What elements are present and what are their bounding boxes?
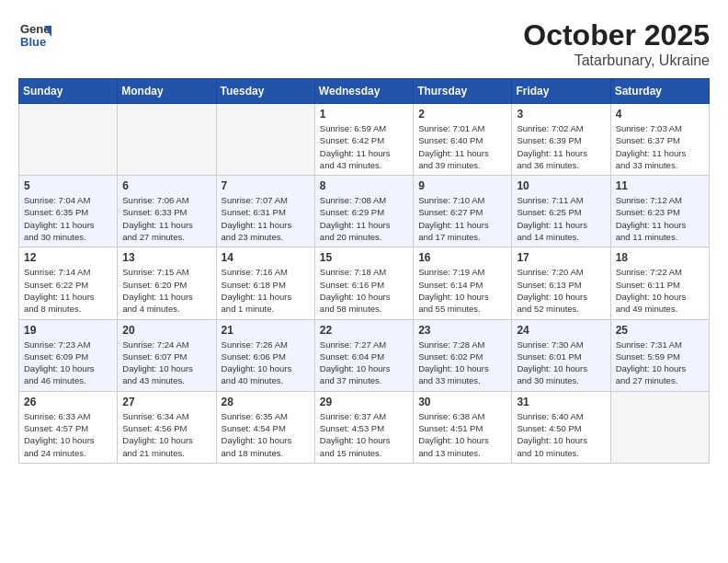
calendar-cell: 26Sunrise: 6:33 AM Sunset: 4:57 PM Dayli… bbox=[19, 391, 118, 463]
calendar: SundayMondayTuesdayWednesdayThursdayFrid… bbox=[18, 78, 710, 464]
day-info: Sunrise: 7:19 AM Sunset: 6:14 PM Dayligh… bbox=[418, 266, 506, 315]
day-info: Sunrise: 7:07 AM Sunset: 6:31 PM Dayligh… bbox=[222, 194, 310, 243]
day-number: 1 bbox=[320, 108, 408, 121]
calendar-cell: 17Sunrise: 7:20 AM Sunset: 6:13 PM Dayli… bbox=[512, 247, 610, 319]
calendar-cell: 18Sunrise: 7:22 AM Sunset: 6:11 PM Dayli… bbox=[610, 247, 709, 319]
day-info: Sunrise: 7:23 AM Sunset: 6:09 PM Dayligh… bbox=[24, 339, 112, 387]
day-number: 5 bbox=[24, 179, 112, 192]
day-number: 28 bbox=[222, 396, 310, 408]
svg-text:Blue: Blue bbox=[20, 35, 46, 49]
day-info: Sunrise: 7:28 AM Sunset: 6:02 PM Dayligh… bbox=[418, 339, 506, 387]
day-number: 25 bbox=[616, 324, 704, 337]
calendar-cell: 14Sunrise: 7:16 AM Sunset: 6:18 PM Dayli… bbox=[216, 247, 314, 319]
day-info: Sunrise: 7:01 AM Sunset: 6:40 PM Dayligh… bbox=[418, 122, 506, 171]
day-number: 20 bbox=[122, 324, 210, 337]
day-number: 21 bbox=[222, 324, 310, 337]
calendar-cell: 11Sunrise: 7:12 AM Sunset: 6:23 PM Dayli… bbox=[610, 176, 709, 247]
calendar-cell bbox=[118, 104, 216, 176]
calendar-cell: 15Sunrise: 7:18 AM Sunset: 6:16 PM Dayli… bbox=[314, 247, 413, 319]
day-info: Sunrise: 7:26 AM Sunset: 6:06 PM Dayligh… bbox=[222, 339, 310, 387]
day-number: 9 bbox=[418, 179, 506, 192]
day-number: 29 bbox=[320, 396, 408, 408]
calendar-week-row: 5Sunrise: 7:04 AM Sunset: 6:35 PM Daylig… bbox=[19, 176, 710, 247]
calendar-cell: 4Sunrise: 7:03 AM Sunset: 6:37 PM Daylig… bbox=[610, 104, 709, 176]
calendar-cell: 19Sunrise: 7:23 AM Sunset: 6:09 PM Dayli… bbox=[19, 319, 118, 391]
calendar-cell: 13Sunrise: 7:15 AM Sunset: 6:20 PM Dayli… bbox=[118, 247, 216, 319]
day-info: Sunrise: 6:59 AM Sunset: 6:42 PM Dayligh… bbox=[320, 122, 408, 171]
calendar-week-row: 1Sunrise: 6:59 AM Sunset: 6:42 PM Daylig… bbox=[19, 104, 710, 176]
calendar-cell: 31Sunrise: 6:40 AM Sunset: 4:50 PM Dayli… bbox=[512, 391, 610, 463]
day-number: 10 bbox=[517, 179, 605, 192]
day-number: 8 bbox=[320, 179, 408, 192]
day-number: 18 bbox=[616, 251, 704, 264]
weekday-header-tuesday: Tuesday bbox=[216, 79, 314, 104]
day-info: Sunrise: 7:02 AM Sunset: 6:39 PM Dayligh… bbox=[517, 122, 605, 171]
day-info: Sunrise: 6:37 AM Sunset: 4:53 PM Dayligh… bbox=[320, 410, 408, 459]
calendar-cell: 25Sunrise: 7:31 AM Sunset: 5:59 PM Dayli… bbox=[610, 319, 709, 391]
day-number: 3 bbox=[517, 108, 605, 121]
day-info: Sunrise: 7:03 AM Sunset: 6:37 PM Dayligh… bbox=[616, 122, 704, 171]
calendar-cell: 30Sunrise: 6:38 AM Sunset: 4:51 PM Dayli… bbox=[414, 391, 512, 463]
calendar-cell: 3Sunrise: 7:02 AM Sunset: 6:39 PM Daylig… bbox=[512, 104, 610, 176]
weekday-header-sunday: Sunday bbox=[19, 79, 118, 104]
calendar-week-row: 26Sunrise: 6:33 AM Sunset: 4:57 PM Dayli… bbox=[19, 391, 710, 463]
day-number: 17 bbox=[517, 251, 605, 264]
day-number: 22 bbox=[320, 324, 408, 337]
calendar-cell: 24Sunrise: 7:30 AM Sunset: 6:01 PM Dayli… bbox=[512, 319, 610, 391]
day-info: Sunrise: 7:15 AM Sunset: 6:20 PM Dayligh… bbox=[122, 266, 210, 315]
calendar-cell bbox=[610, 391, 709, 463]
day-info: Sunrise: 7:22 AM Sunset: 6:11 PM Dayligh… bbox=[616, 266, 704, 315]
day-number: 14 bbox=[222, 251, 310, 264]
calendar-cell: 6Sunrise: 7:06 AM Sunset: 6:33 PM Daylig… bbox=[118, 176, 216, 247]
day-info: Sunrise: 7:16 AM Sunset: 6:18 PM Dayligh… bbox=[222, 266, 310, 315]
calendar-cell: 27Sunrise: 6:34 AM Sunset: 4:56 PM Dayli… bbox=[118, 391, 216, 463]
day-number: 6 bbox=[122, 179, 210, 192]
calendar-cell: 29Sunrise: 6:37 AM Sunset: 4:53 PM Dayli… bbox=[314, 391, 413, 463]
weekday-header-friday: Friday bbox=[512, 79, 610, 104]
day-info: Sunrise: 7:06 AM Sunset: 6:33 PM Dayligh… bbox=[122, 194, 210, 243]
calendar-cell: 16Sunrise: 7:19 AM Sunset: 6:14 PM Dayli… bbox=[414, 247, 512, 319]
day-number: 13 bbox=[122, 251, 210, 264]
day-info: Sunrise: 7:27 AM Sunset: 6:04 PM Dayligh… bbox=[320, 339, 408, 387]
day-info: Sunrise: 6:35 AM Sunset: 4:54 PM Dayligh… bbox=[222, 410, 310, 459]
calendar-cell: 5Sunrise: 7:04 AM Sunset: 6:35 PM Daylig… bbox=[19, 176, 118, 247]
page-header: General Blue October 2025 Tatarbunary, U… bbox=[18, 18, 710, 69]
day-number: 12 bbox=[24, 251, 112, 264]
day-info: Sunrise: 7:04 AM Sunset: 6:35 PM Dayligh… bbox=[24, 194, 112, 243]
day-info: Sunrise: 7:12 AM Sunset: 6:23 PM Dayligh… bbox=[616, 194, 704, 243]
day-number: 4 bbox=[616, 108, 704, 121]
calendar-cell: 7Sunrise: 7:07 AM Sunset: 6:31 PM Daylig… bbox=[216, 176, 314, 247]
calendar-cell: 22Sunrise: 7:27 AM Sunset: 6:04 PM Dayli… bbox=[314, 319, 413, 391]
calendar-week-row: 19Sunrise: 7:23 AM Sunset: 6:09 PM Dayli… bbox=[19, 319, 710, 391]
logo-icon: General Blue bbox=[18, 18, 51, 55]
day-number: 7 bbox=[222, 179, 310, 192]
day-number: 24 bbox=[517, 324, 605, 337]
day-number: 19 bbox=[24, 324, 112, 337]
calendar-cell: 10Sunrise: 7:11 AM Sunset: 6:25 PM Dayli… bbox=[512, 176, 610, 247]
weekday-header-thursday: Thursday bbox=[414, 79, 512, 104]
weekday-header-wednesday: Wednesday bbox=[314, 79, 413, 104]
weekday-header-saturday: Saturday bbox=[610, 79, 709, 104]
logo: General Blue bbox=[18, 18, 51, 55]
day-number: 26 bbox=[24, 396, 112, 408]
day-info: Sunrise: 6:38 AM Sunset: 4:51 PM Dayligh… bbox=[418, 410, 506, 459]
calendar-cell: 8Sunrise: 7:08 AM Sunset: 6:29 PM Daylig… bbox=[314, 176, 413, 247]
day-number: 16 bbox=[418, 251, 506, 264]
calendar-cell: 21Sunrise: 7:26 AM Sunset: 6:06 PM Dayli… bbox=[216, 319, 314, 391]
day-info: Sunrise: 7:08 AM Sunset: 6:29 PM Dayligh… bbox=[320, 194, 408, 243]
calendar-cell: 9Sunrise: 7:10 AM Sunset: 6:27 PM Daylig… bbox=[414, 176, 512, 247]
month-title: October 2025 bbox=[523, 18, 710, 52]
weekday-header-monday: Monday bbox=[118, 79, 216, 104]
day-info: Sunrise: 7:14 AM Sunset: 6:22 PM Dayligh… bbox=[24, 266, 112, 315]
day-number: 15 bbox=[320, 251, 408, 264]
day-info: Sunrise: 6:40 AM Sunset: 4:50 PM Dayligh… bbox=[517, 410, 605, 459]
calendar-cell: 23Sunrise: 7:28 AM Sunset: 6:02 PM Dayli… bbox=[414, 319, 512, 391]
day-info: Sunrise: 6:34 AM Sunset: 4:56 PM Dayligh… bbox=[122, 410, 210, 459]
calendar-cell: 1Sunrise: 6:59 AM Sunset: 6:42 PM Daylig… bbox=[314, 104, 413, 176]
day-number: 11 bbox=[616, 179, 704, 192]
calendar-cell: 28Sunrise: 6:35 AM Sunset: 4:54 PM Dayli… bbox=[216, 391, 314, 463]
day-info: Sunrise: 7:20 AM Sunset: 6:13 PM Dayligh… bbox=[517, 266, 605, 315]
calendar-cell bbox=[216, 104, 314, 176]
title-block: October 2025 Tatarbunary, Ukraine bbox=[523, 18, 710, 69]
day-info: Sunrise: 7:30 AM Sunset: 6:01 PM Dayligh… bbox=[517, 339, 605, 387]
